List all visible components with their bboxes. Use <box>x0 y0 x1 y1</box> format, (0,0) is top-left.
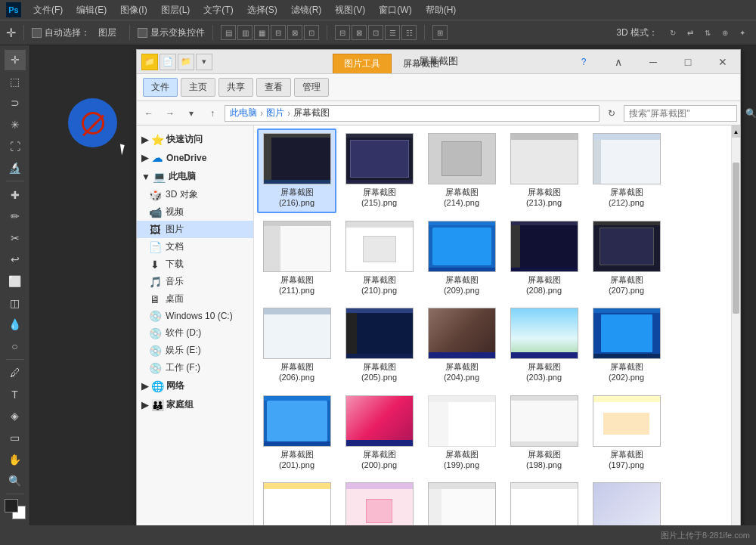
file-item-216[interactable]: 屏幕截图(216).png <box>257 129 336 213</box>
menu-view[interactable]: 视图(V) <box>329 2 371 18</box>
sidebar-section-quick-access[interactable]: ▶ ⭐ 快速访问 <box>137 130 253 149</box>
3d-btn-2[interactable]: ⇄ <box>683 25 698 40</box>
path-select[interactable]: ◈ <box>5 406 26 426</box>
hand-tool[interactable]: ✋ <box>5 449 26 469</box>
file-item-206[interactable]: 屏幕截图(206).png <box>257 303 336 388</box>
scrollbar[interactable]: ▲ ▼ <box>731 125 740 525</box>
file-item-202[interactable]: 屏幕截图(202).png <box>587 303 666 388</box>
3d-btn-3[interactable]: ⇅ <box>700 25 715 40</box>
maximize-btn[interactable]: □ <box>671 50 705 74</box>
menu-window[interactable]: 窗口(W) <box>373 2 417 18</box>
align-top-btn[interactable]: ⊟ <box>271 25 286 40</box>
crop-tool[interactable]: ⛶ <box>5 136 26 156</box>
sidebar-item-software-d[interactable]: 💿 软件 (D:) <box>137 324 253 342</box>
file-item-208[interactable]: 屏幕截图(208).png <box>504 216 584 301</box>
breadcrumb-part-pictures[interactable]: 图片 <box>266 107 284 119</box>
title-bar-btn-2[interactable]: 📄 <box>160 54 176 70</box>
pen-tool[interactable]: 🖊 <box>5 363 26 383</box>
file-item-193[interactable]: 屏幕截图(193).png <box>504 478 584 525</box>
title-bar-dropdown[interactable]: ▾ <box>196 54 212 70</box>
align-middle-btn[interactable]: ⊠ <box>287 25 302 40</box>
file-item-210[interactable]: 屏幕截图(210).png <box>339 216 419 301</box>
ribbon-tab-picture-tools[interactable]: 图片工具 <box>333 54 392 73</box>
dist-5-btn[interactable]: ☷ <box>401 25 417 40</box>
back-btn[interactable]: ← <box>140 104 158 122</box>
eraser-tool[interactable]: ⬜ <box>5 271 26 292</box>
extra-btn[interactable]: ⊞ <box>432 25 448 40</box>
file-item-201[interactable]: 屏幕截图(201).png <box>257 391 336 475</box>
menu-text[interactable]: 文字(T) <box>197 2 239 18</box>
menu-image[interactable]: 图像(I) <box>114 2 153 18</box>
3d-btn-5[interactable]: ✦ <box>735 25 750 40</box>
align-right-btn[interactable]: ▦ <box>254 25 269 40</box>
dist-4-btn[interactable]: ☰ <box>385 25 400 40</box>
title-bar-btn-3[interactable]: 📁 <box>178 54 194 70</box>
lasso-tool[interactable]: ⊃ <box>5 93 26 113</box>
chevron-btn[interactable]: ∧ <box>601 50 636 74</box>
tab-view[interactable]: 查看 <box>256 78 291 97</box>
transform-checkbox[interactable] <box>138 28 147 38</box>
dist-3-btn[interactable]: ⊡ <box>368 25 383 40</box>
gradient-tool[interactable]: ◫ <box>5 293 26 313</box>
foreground-color-swatch[interactable] <box>5 499 18 512</box>
file-item-212[interactable]: 屏幕截图(212).png <box>587 129 666 213</box>
text-tool[interactable]: T <box>5 385 26 405</box>
sidebar-item-windows-c[interactable]: 💿 Windows 10 (C:) <box>137 308 253 324</box>
file-item-213[interactable]: 屏幕截图(213).png <box>504 129 584 213</box>
auto-select-checkbox[interactable] <box>32 28 42 38</box>
new-folder-btn[interactable]: 📁 <box>141 54 158 70</box>
address-path[interactable]: 此电脑 › 图片 › 屏幕截图 <box>225 105 600 122</box>
sidebar-item-documents[interactable]: 📄 文档 <box>137 238 253 255</box>
search-input[interactable] <box>629 108 742 119</box>
3d-btn-4[interactable]: ⊕ <box>717 25 733 40</box>
layer-dropdown[interactable]: 图层 <box>93 24 122 42</box>
3d-btn-1[interactable]: ↻ <box>665 25 680 40</box>
breadcrumb-part-screenshots[interactable]: 屏幕截图 <box>293 107 330 119</box>
sidebar-section-network[interactable]: ▶ 🌐 网络 <box>137 376 253 395</box>
file-item-197[interactable]: 屏幕截图(197).png <box>587 391 666 475</box>
close-btn[interactable]: ✕ <box>705 50 740 74</box>
sidebar-item-music[interactable]: 🎵 音乐 <box>137 273 253 290</box>
file-item-204[interactable]: 屏幕截图(204).png <box>422 303 501 388</box>
breadcrumb-part-pc[interactable]: 此电脑 <box>230 107 257 119</box>
menu-file[interactable]: 文件(F) <box>27 2 69 18</box>
heal-tool[interactable]: ✚ <box>5 184 26 205</box>
file-item-200[interactable]: 屏幕截图(200).png <box>339 391 419 475</box>
file-item-195[interactable]: 屏幕截图(195).png <box>339 478 419 525</box>
sidebar-item-desktop[interactable]: 🖥 桌面 <box>137 290 253 308</box>
sidebar-item-3dobjects[interactable]: 🎲 3D 对象 <box>137 186 253 203</box>
tab-file[interactable]: 文件 <box>143 78 178 97</box>
dist-h-btn[interactable]: ⊟ <box>335 25 350 40</box>
sidebar-section-thispc[interactable]: ▼ 💻 此电脑 <box>137 167 253 186</box>
select-tool[interactable]: ⬚ <box>5 72 26 92</box>
align-left-btn[interactable]: ▤ <box>221 25 236 40</box>
blur-tool[interactable]: 💧 <box>5 314 26 335</box>
file-item-214[interactable]: 屏幕截图(214).png <box>422 129 501 213</box>
eyedropper-tool[interactable]: 🔬 <box>5 158 26 178</box>
recent-btn[interactable]: ▾ <box>182 104 200 122</box>
sidebar-section-onedrive[interactable]: ▶ ☁ OneDrive <box>137 149 253 167</box>
file-item-199[interactable]: 屏幕截图(199).png <box>422 391 501 475</box>
file-item-207[interactable]: 屏幕截图(207).png <box>587 216 666 301</box>
align-center-btn[interactable]: ▥ <box>237 25 253 40</box>
menu-help[interactable]: 帮助(H) <box>420 2 463 18</box>
tab-home[interactable]: 主页 <box>181 78 215 97</box>
sidebar-item-videos[interactable]: 📹 视频 <box>137 203 253 221</box>
tab-share[interactable]: 共享 <box>218 78 253 97</box>
dist-v-btn[interactable]: ⊠ <box>352 25 367 40</box>
dodge-tool[interactable]: ○ <box>5 336 26 356</box>
shape-tool[interactable]: ▭ <box>5 428 26 448</box>
align-bottom-btn[interactable]: ⊡ <box>304 25 319 40</box>
file-item-209[interactable]: 屏幕截图(209).png <box>422 216 501 301</box>
menu-edit[interactable]: 编辑(E) <box>70 2 113 18</box>
file-item-198[interactable]: 屏幕截图(198).png <box>504 391 584 475</box>
forward-btn[interactable]: → <box>161 104 179 122</box>
move-tool-icon[interactable]: ✛ <box>6 26 16 40</box>
tab-manage[interactable]: 管理 <box>294 78 329 97</box>
file-item-211[interactable]: 屏幕截图(211).png <box>257 216 336 301</box>
file-item-205[interactable]: 屏幕截图(205).png <box>339 303 419 388</box>
history-brush[interactable]: ↩ <box>5 249 26 270</box>
help-btn[interactable]: ? <box>566 50 601 74</box>
brush-tool[interactable]: ✏ <box>5 206 26 227</box>
magic-wand-tool[interactable]: ✳ <box>5 115 26 135</box>
